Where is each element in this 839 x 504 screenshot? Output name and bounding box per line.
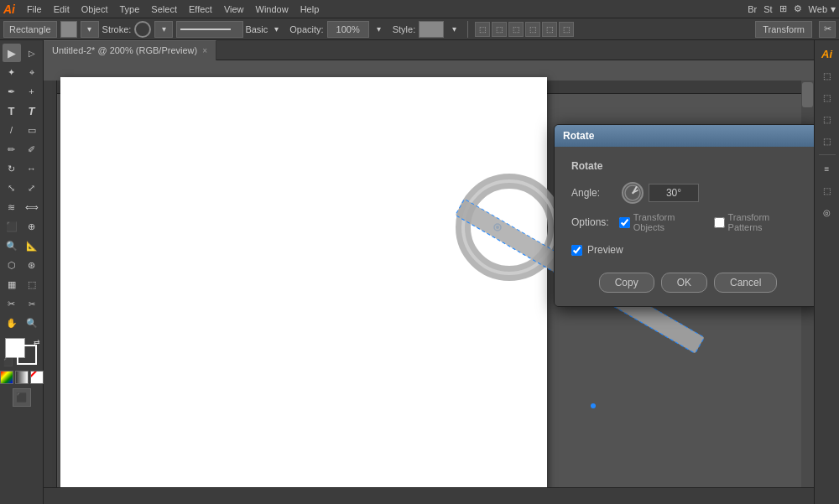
gradient-mode-btn[interactable] <box>15 371 29 384</box>
menu-items: File Edit Object Type Select Effect View… <box>22 3 324 16</box>
web-chevron[interactable]: ▾ <box>831 3 836 15</box>
screen-mode-btn[interactable]: ⬛ <box>13 388 31 407</box>
right-panel-icon-6[interactable]: ≡ <box>817 158 837 179</box>
default-colors-icon[interactable]: ⬛ <box>3 358 13 366</box>
canvas-area: Untitled-2* @ 200% (RGB/Preview) × <box>44 40 814 504</box>
menu-select[interactable]: Select <box>146 3 182 16</box>
paintbrush-tool[interactable]: ✏ <box>3 140 21 158</box>
align-icons: ⬚ ⬚ ⬚ ⬚ ⬚ ⬚ <box>475 22 574 37</box>
style-color[interactable] <box>419 21 444 38</box>
right-panel-icon-1[interactable]: Ai <box>817 44 837 64</box>
options-label: Options: <box>571 216 609 228</box>
right-panel: Ai ⬚ ⬚ ⬚ ⬚ ≡ ⬚ ◎ <box>814 40 839 504</box>
options-row: Options: Transform Objects Transform Pat… <box>571 212 805 232</box>
align-icon-5[interactable]: ⬚ <box>542 22 557 37</box>
opacity-arrow[interactable]: ▾ <box>373 21 386 38</box>
none-mode-btn[interactable] <box>30 371 44 384</box>
menu-effect[interactable]: Effect <box>184 3 217 16</box>
dialog-body: Rotate Angle: 30° Options: <box>555 147 814 306</box>
align-icon-2[interactable]: ⬚ <box>492 22 507 37</box>
rect-tool[interactable]: ▭ <box>23 121 41 139</box>
tab-bar: Untitled-2* @ 200% (RGB/Preview) × <box>44 40 814 60</box>
copy-button[interactable]: Copy <box>599 273 654 293</box>
lasso-tool[interactable]: ⌖ <box>23 63 41 81</box>
transform-objects-checkbox[interactable]: Transform Objects <box>619 212 707 232</box>
color-mode-btn[interactable] <box>0 371 13 384</box>
direct-selection-tool[interactable]: ▷ <box>23 44 41 62</box>
width-tool[interactable]: ⟺ <box>23 198 41 216</box>
right-panel-icon-7[interactable]: ⬚ <box>817 180 837 200</box>
scroll-thumb[interactable] <box>802 82 813 107</box>
stroke-label: Stroke: <box>102 24 132 34</box>
align-icon-6[interactable]: ⬚ <box>559 22 574 37</box>
slice-select-tool[interactable]: ✂ <box>23 294 41 313</box>
touch-type-tool[interactable]: T <box>23 101 41 120</box>
swap-icon[interactable]: ⇄ <box>34 338 40 346</box>
align-icon-4[interactable]: ⬚ <box>525 22 540 37</box>
stroke-style-arrow[interactable]: ▾ <box>269 21 283 38</box>
svg-point-8 <box>625 185 640 200</box>
right-panel-icon-4[interactable]: ⬚ <box>817 109 837 129</box>
right-panel-icon-2[interactable]: ⬚ <box>817 65 837 86</box>
column-graph-tool[interactable]: ▦ <box>3 275 21 294</box>
rotate-tool[interactable]: ↻ <box>3 159 21 178</box>
zoom-tool[interactable]: 🔍 <box>23 314 41 332</box>
stroke-arrow2[interactable]: ▾ <box>154 21 173 38</box>
hand-tool[interactable]: ✋ <box>3 314 21 332</box>
transform-panel-btn[interactable]: Transform <box>755 21 812 38</box>
symbol-sprayer-tool[interactable]: ⊛ <box>23 256 41 274</box>
dialog-buttons: Copy OK Cancel <box>571 269 805 293</box>
warp-tool[interactable]: ≋ <box>3 198 21 216</box>
stroke-box[interactable] <box>17 345 37 365</box>
angle-dial-icon <box>622 182 644 204</box>
stroke-arrow[interactable]: ▾ <box>81 21 99 38</box>
preview-checkbox[interactable] <box>571 245 582 256</box>
align-icon-3[interactable]: ⬚ <box>508 22 524 37</box>
pencil-tool[interactable]: ✐ <box>23 140 41 158</box>
add-anchor-tool[interactable]: + <box>23 82 41 101</box>
menu-help[interactable]: Help <box>295 3 325 16</box>
rotate-dialog: Rotate Rotate Angle: 30° <box>554 124 814 307</box>
eyedropper-tool[interactable]: 🔍 <box>3 236 21 255</box>
scale-tool[interactable]: ⤡ <box>3 179 21 197</box>
menu-window[interactable]: Window <box>251 3 294 16</box>
menu-type[interactable]: Type <box>115 3 145 16</box>
free-transform-tool[interactable]: ⬛ <box>3 217 21 236</box>
blend-tool[interactable]: ⬡ <box>3 256 21 274</box>
stock-icon: St <box>763 4 772 14</box>
magic-wand-tool[interactable]: ✦ <box>3 63 21 81</box>
menu-file[interactable]: File <box>22 3 47 16</box>
artboard-tool[interactable]: ⬚ <box>23 275 41 294</box>
transform-patterns-checkbox[interactable]: Transform Patterns <box>714 212 805 232</box>
menu-view[interactable]: View <box>219 3 249 16</box>
tab-close[interactable]: × <box>202 46 207 55</box>
type-tool[interactable]: T <box>3 101 21 120</box>
menu-object[interactable]: Object <box>76 3 113 16</box>
dialog-title-bar: Rotate <box>555 125 814 147</box>
style-arrow[interactable]: ▾ <box>447 21 461 38</box>
ok-button[interactable]: OK <box>661 273 707 293</box>
shape-dropdown[interactable]: Rectangle <box>3 21 57 38</box>
document-tab[interactable]: Untitled-2* @ 200% (RGB/Preview) × <box>44 40 216 60</box>
right-panel-icon-5[interactable]: ⬚ <box>817 131 837 151</box>
pen-tool[interactable]: ✒ <box>3 82 21 101</box>
cancel-button[interactable]: Cancel <box>714 273 777 293</box>
stroke-color[interactable] <box>134 21 151 38</box>
shear-tool[interactable]: ⤢ <box>23 179 41 197</box>
puppet-warp-tool[interactable]: ⊕ <box>23 217 41 236</box>
reflect-tool[interactable]: ↔ <box>23 159 41 178</box>
right-panel-icon-3[interactable]: ⬚ <box>817 87 837 107</box>
line-tool[interactable]: / <box>3 121 21 139</box>
angle-input[interactable]: 30° <box>649 184 699 202</box>
align-icon-1[interactable]: ⬚ <box>475 22 490 37</box>
web-label: Web <box>809 4 827 14</box>
fill-color[interactable] <box>60 21 77 38</box>
slice-tool[interactable]: ✂ <box>3 294 21 313</box>
transform-icon[interactable]: ✂ <box>819 21 836 38</box>
measure-tool[interactable]: 📐 <box>23 236 41 255</box>
selection-tool[interactable]: ▶ <box>3 44 21 62</box>
status-bar <box>44 487 814 504</box>
opacity-input[interactable]: 100% <box>327 21 369 38</box>
menu-edit[interactable]: Edit <box>49 3 75 16</box>
right-panel-icon-8[interactable]: ◎ <box>817 202 837 222</box>
